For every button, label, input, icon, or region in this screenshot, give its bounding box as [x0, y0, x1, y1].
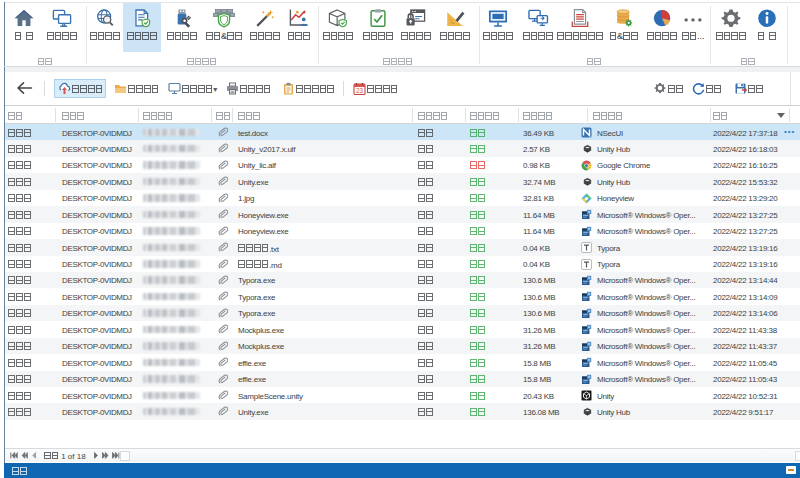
svg-text:23: 23	[356, 87, 364, 94]
